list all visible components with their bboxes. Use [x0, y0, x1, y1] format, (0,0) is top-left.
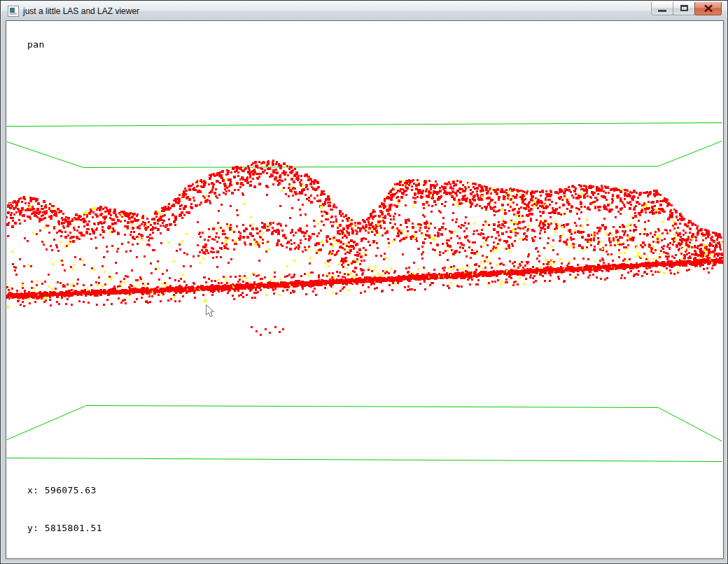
mouse-cursor-icon	[206, 304, 215, 318]
close-button[interactable]	[694, 2, 722, 15]
viewer-client-area: pan x: 596075.63 y: 5815801.51 z: 161.05…	[6, 20, 724, 559]
readout-line-y: y: 5815801.51	[27, 523, 338, 540]
minimize-icon	[658, 10, 666, 12]
app-icon-bar	[10, 13, 17, 15]
interaction-mode-label: pan	[27, 39, 45, 50]
window-title: just a little LAS and LAZ viewer	[23, 6, 139, 16]
minimize-button[interactable]	[651, 2, 673, 15]
app-icon	[8, 6, 19, 17]
close-icon	[704, 5, 713, 12]
readout-line-x: x: 596075.63	[27, 485, 338, 502]
coordinate-readout: x: 596075.63 y: 5815801.51 z: 161.05 int…	[27, 464, 338, 559]
maximize-icon	[680, 5, 688, 11]
maximize-button[interactable]	[673, 2, 695, 15]
window-controls	[652, 2, 722, 15]
title-bar[interactable]: just a little LAS and LAZ viewer	[1, 1, 727, 20]
app-window: just a little LAS and LAZ viewer pan x: …	[0, 0, 728, 564]
